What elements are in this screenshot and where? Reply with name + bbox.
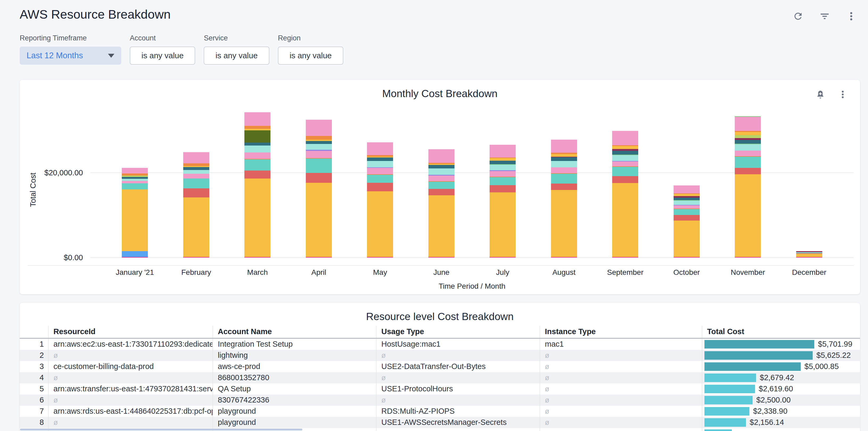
bar-segment-red[interactable] <box>674 215 700 221</box>
cost-bar[interactable] <box>705 385 755 393</box>
bar-segment-red[interactable] <box>183 188 209 197</box>
total-cost-cell[interactable]: $2,156.14 <box>702 417 860 428</box>
bar-segment-slate[interactable] <box>244 143 271 146</box>
cost-bar[interactable] <box>705 429 732 431</box>
bar-segment-maroon[interactable] <box>735 138 761 140</box>
stacked-bar[interactable] <box>306 120 332 257</box>
bar-segment-pink-top[interactable] <box>674 185 700 193</box>
cost-bar[interactable] <box>705 407 749 415</box>
bar-segment-yellow-main[interactable] <box>183 197 209 257</box>
stacked-bar[interactable] <box>122 168 148 257</box>
bar-segment-cyan[interactable] <box>490 165 516 170</box>
bar-segment-teal[interactable] <box>122 183 148 189</box>
bar-segment-pink-mid[interactable] <box>122 181 148 183</box>
bar-segment-yellow-thin[interactable] <box>612 146 638 149</box>
usage-type-cell[interactable]: ø <box>376 350 540 361</box>
bar-segment-olive[interactable] <box>244 130 271 143</box>
resource-id-cell[interactable]: ø <box>49 417 213 428</box>
total-cost-cell[interactable]: $5,625.22 <box>702 350 860 361</box>
instance-type-cell[interactable]: ø <box>540 395 702 406</box>
instance-type-cell[interactable]: mac1 <box>540 338 702 350</box>
cost-bar[interactable] <box>705 362 801 371</box>
bar-segment-lime[interactable] <box>735 135 761 138</box>
horizontal-scrollbar-thumb[interactable] <box>20 429 302 430</box>
bar-segment-teal[interactable] <box>244 159 271 171</box>
total-cost-cell[interactable] <box>702 428 860 431</box>
bar-segment-orange[interactable] <box>244 126 271 129</box>
bar-segment-orange[interactable] <box>183 163 209 166</box>
resource-id-cell[interactable]: arn:aws:ec2:us-east-1:733017110293:dedic… <box>49 338 213 350</box>
stacked-bar[interactable] <box>674 185 700 257</box>
bar-segment-yellow-main[interactable] <box>428 195 455 257</box>
bar-segment-slate[interactable] <box>674 198 700 200</box>
usage-type-cell[interactable]: USE1-AWSSecretsManager-Secrets <box>376 417 540 428</box>
bar-segment-yellow-thin[interactable] <box>490 158 516 161</box>
bar-segment-magenta-base[interactable] <box>244 257 271 257</box>
bar-segment-orange[interactable] <box>306 136 332 140</box>
cost-bar[interactable] <box>705 418 746 427</box>
total-cost-cell[interactable]: $2,500.00 <box>702 395 860 406</box>
total-cost-cell[interactable]: $2,679.42 <box>702 372 860 383</box>
bar-segment-magenta-base[interactable] <box>796 257 822 257</box>
bar-segment-slate[interactable] <box>551 157 577 161</box>
total-cost-cell[interactable]: $5,701.99 <box>702 338 860 350</box>
bar-segment-cyan[interactable] <box>367 161 393 167</box>
column-header[interactable]: Instance Type <box>540 326 702 338</box>
bar-segment-magenta-base[interactable] <box>122 257 148 257</box>
bar-segment-pink-mid[interactable] <box>551 167 577 173</box>
stacked-bar[interactable] <box>367 142 393 257</box>
resource-id-cell[interactable]: ce-customer-billing-data-prod <box>49 361 213 372</box>
bar-segment-slate[interactable] <box>306 141 332 144</box>
bar-segment-yellow-main[interactable] <box>612 183 638 257</box>
bar-segment-red[interactable] <box>735 168 761 174</box>
bar-segment-pink-top[interactable] <box>735 117 761 131</box>
bar-segment-pink-top[interactable] <box>183 152 209 163</box>
bar-segment-cyan[interactable] <box>612 155 638 161</box>
bar-segment-yellow-thin[interactable] <box>735 132 761 135</box>
bar-segment-magenta-base[interactable] <box>735 257 761 257</box>
account-filter-button[interactable]: is any value <box>130 47 195 65</box>
bar-segment-red[interactable] <box>551 184 577 190</box>
stacked-bar[interactable] <box>244 112 271 257</box>
bar-segment-maroon[interactable] <box>612 149 638 151</box>
bar-segment-slate[interactable] <box>735 140 761 144</box>
cost-bar[interactable] <box>705 396 752 404</box>
bar-segment-blue[interactable] <box>122 251 148 257</box>
bar-segment-pink-top[interactable] <box>428 149 455 163</box>
bar-segment-pink-top[interactable] <box>306 120 332 136</box>
bar-segment-pink-mid[interactable] <box>612 161 638 166</box>
instance-type-cell[interactable]: ø <box>540 350 702 361</box>
resource-id-cell[interactable]: arn:aws:transfer:us-east-1:479370281431:… <box>49 383 213 395</box>
bar-segment-pink-top[interactable] <box>551 140 577 153</box>
bar-segment-yellow-main[interactable] <box>306 183 332 257</box>
instance-type-cell[interactable]: ø <box>540 383 702 395</box>
reporting-timeframe-dropdown[interactable]: Last 12 Months <box>20 47 121 65</box>
bar-segment-slate[interactable] <box>490 161 516 164</box>
bar-segment-yellow-main[interactable] <box>796 254 822 257</box>
bar-segment-magenta-base[interactable] <box>183 257 209 257</box>
bar-segment-pink-mid[interactable] <box>367 168 393 174</box>
column-header[interactable]: Total Cost <box>702 326 860 338</box>
cost-bar[interactable] <box>705 340 814 348</box>
bar-segment-yellow-main[interactable] <box>244 179 271 257</box>
bar-segment-orange[interactable] <box>122 174 148 176</box>
bar-segment-pink-mid[interactable] <box>428 176 455 181</box>
total-cost-cell[interactable]: $2,619.60 <box>702 383 860 395</box>
bar-segment-teal[interactable] <box>306 159 332 173</box>
account-name-cell[interactable]: lightwing <box>213 350 376 361</box>
usage-type-cell[interactable]: RDS:Multi-AZ-PIOPS <box>376 406 540 417</box>
bar-segment-cyan[interactable] <box>428 168 455 175</box>
bar-segment-red[interactable] <box>490 185 516 192</box>
bar-segment-yellow-main[interactable] <box>367 191 393 257</box>
stacked-bar[interactable] <box>796 251 822 257</box>
bar-segment-magenta-base[interactable] <box>674 257 700 257</box>
instance-type-cell[interactable]: ø <box>540 406 702 417</box>
bar-segment-cyan[interactable] <box>183 170 209 174</box>
filter-icon[interactable] <box>818 10 831 22</box>
usage-type-cell[interactable]: ø <box>376 372 540 383</box>
bar-segment-slate[interactable] <box>367 157 393 161</box>
bar-segment-yellow-thin[interactable] <box>674 194 700 196</box>
bar-segment-red[interactable] <box>306 173 332 183</box>
bar-segment-slate[interactable] <box>183 167 209 170</box>
bar-segment-magenta-base[interactable] <box>367 257 393 257</box>
